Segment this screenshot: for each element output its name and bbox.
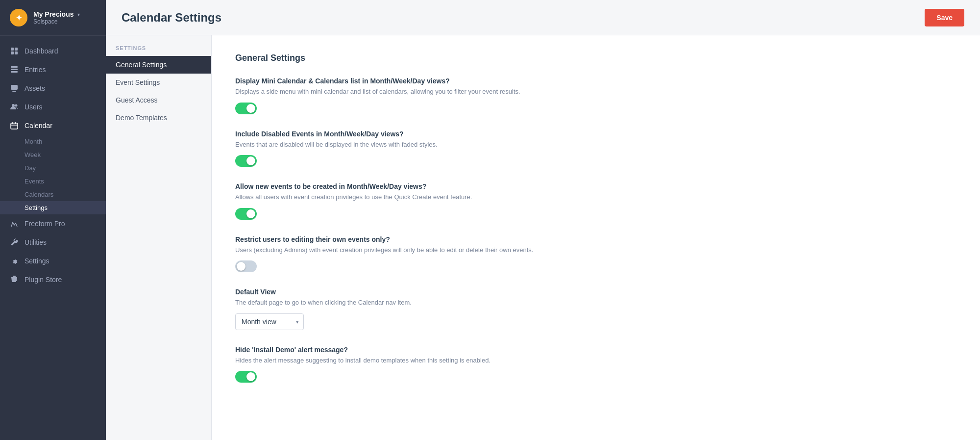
calendar-icon xyxy=(10,121,19,130)
sidebar-item-freeform[interactable]: Freeform Pro xyxy=(0,214,106,233)
quick-create-toggle-wrap xyxy=(235,208,956,220)
mini-calendar-title: Display Mini Calendar & Calendars list i… xyxy=(235,77,956,85)
settings-sidebar: SETTINGS General Settings Event Settings… xyxy=(106,35,212,440)
default-view-select[interactable]: Month view Week view Day view Events vie… xyxy=(235,313,304,330)
calendar-label: Calendar xyxy=(24,122,52,129)
settings-icon xyxy=(10,257,19,265)
disabled-events-desc: Events that are disabled will be display… xyxy=(235,140,956,150)
hide-demo-toggle[interactable] xyxy=(235,371,257,383)
app-name: My Precious xyxy=(33,10,74,18)
hide-demo-title: Hide 'Install Demo' alert message? xyxy=(235,346,956,354)
main-area: Calendar Settings Save SETTINGS General … xyxy=(106,0,980,440)
sidebar-item-month[interactable]: Month xyxy=(24,135,106,148)
calendar-subitems: Month Week Day Events Calendars Settings xyxy=(0,135,106,214)
utilities-label: Utilities xyxy=(24,238,47,246)
svg-rect-6 xyxy=(11,71,18,73)
sidebar-item-calendars[interactable]: Calendars xyxy=(24,188,106,201)
content-area: SETTINGS General Settings Event Settings… xyxy=(106,35,980,440)
sidebar-item-entries[interactable]: Entries xyxy=(0,60,106,79)
sidebar-header: ✦ My Precious ▾ Solspace xyxy=(0,0,106,36)
sidebar-item-dashboard[interactable]: Dashboard xyxy=(0,42,106,60)
quick-create-title: Allow new events to be created in Month/… xyxy=(235,182,956,190)
general-settings-title: General Settings xyxy=(235,53,956,63)
app-logo: ✦ xyxy=(10,9,27,26)
sidebar-item-cal-settings[interactable]: Settings xyxy=(0,201,106,214)
svg-rect-5 xyxy=(11,69,18,70)
freeform-icon xyxy=(10,219,19,228)
default-view-desc: The default page to go to when clicking … xyxy=(235,298,956,308)
grid-icon xyxy=(10,47,19,55)
restrict-toggle-wrap xyxy=(235,260,956,272)
hide-demo-toggle-wrap xyxy=(235,371,956,383)
svg-rect-3 xyxy=(15,52,18,54)
disabled-events-toggle-wrap xyxy=(235,155,956,167)
sidebar-item-day[interactable]: Day xyxy=(24,161,106,175)
svg-rect-2 xyxy=(11,52,14,54)
restrict-desc: Users (excluding Admins) with event crea… xyxy=(235,245,956,255)
settings-nav-guest[interactable]: Guest Access xyxy=(106,91,211,109)
setting-row-restrict: Restrict users to editing their own even… xyxy=(235,235,956,273)
plugin-store-icon xyxy=(10,275,19,284)
svg-rect-8 xyxy=(12,91,16,92)
sidebar: ✦ My Precious ▾ Solspace Dashboard Entri… xyxy=(0,0,106,440)
svg-rect-0 xyxy=(11,48,14,51)
plugin-store-label: Plugin Store xyxy=(24,276,62,284)
app-subtitle: Solspace xyxy=(33,18,80,25)
quick-create-toggle[interactable] xyxy=(235,208,257,220)
save-button[interactable]: Save xyxy=(925,9,964,26)
mini-calendar-desc: Displays a side menu with mini calendar … xyxy=(235,87,956,97)
entries-label: Entries xyxy=(24,66,46,74)
nav-items: Dashboard Entries Assets Users Calendar xyxy=(0,36,106,440)
svg-rect-1 xyxy=(15,48,18,51)
svg-rect-4 xyxy=(11,66,18,68)
settings-label: Settings xyxy=(24,257,49,265)
restrict-title: Restrict users to editing their own even… xyxy=(235,235,956,243)
mini-calendar-toggle-wrap xyxy=(235,103,956,114)
sidebar-item-plugin-store[interactable]: Plugin Store xyxy=(0,270,106,289)
sidebar-item-week[interactable]: Week xyxy=(24,148,106,161)
sidebar-item-users[interactable]: Users xyxy=(0,98,106,116)
disabled-events-toggle[interactable] xyxy=(235,155,257,167)
restrict-toggle[interactable] xyxy=(235,260,257,272)
disabled-events-title: Include Disabled Events in Month/Week/Da… xyxy=(235,130,956,138)
default-view-select-wrap: Month view Week view Day view Events vie… xyxy=(235,313,304,330)
sidebar-item-utilities[interactable]: Utilities xyxy=(0,233,106,252)
assets-icon xyxy=(10,84,19,93)
setting-row-disabled-events: Include Disabled Events in Month/Week/Da… xyxy=(235,130,956,167)
quick-create-desc: Allows all users with event creation pri… xyxy=(235,192,956,202)
setting-row-default-view: Default View The default page to go to w… xyxy=(235,288,956,330)
setting-row-quick-create: Allow new events to be created in Month/… xyxy=(235,182,956,220)
dashboard-label: Dashboard xyxy=(24,47,58,55)
settings-nav-event[interactable]: Event Settings xyxy=(106,74,211,91)
svg-rect-11 xyxy=(11,123,18,129)
hide-demo-desc: Hides the alert message suggesting to in… xyxy=(235,356,956,365)
mini-calendar-toggle[interactable] xyxy=(235,103,257,114)
utilities-icon xyxy=(10,238,19,247)
topbar: Calendar Settings Save xyxy=(106,0,980,35)
setting-row-hide-demo: Hide 'Install Demo' alert message? Hides… xyxy=(235,346,956,383)
entries-icon xyxy=(10,65,19,74)
settings-section-label: SETTINGS xyxy=(106,45,211,56)
default-view-title: Default View xyxy=(235,288,956,296)
page-title: Calendar Settings xyxy=(122,11,221,25)
assets-label: Assets xyxy=(24,84,45,92)
users-icon xyxy=(10,103,19,111)
setting-row-mini-calendar: Display Mini Calendar & Calendars list i… xyxy=(235,77,956,114)
sidebar-item-assets[interactable]: Assets xyxy=(0,79,106,98)
svg-point-10 xyxy=(15,104,18,107)
sidebar-item-calendar[interactable]: Calendar xyxy=(0,116,106,135)
chevron-down-icon: ▾ xyxy=(77,12,80,17)
settings-main: General Settings Display Mini Calendar &… xyxy=(212,35,980,440)
settings-nav-general[interactable]: General Settings xyxy=(106,56,211,74)
users-label: Users xyxy=(24,103,43,111)
app-info: My Precious ▾ Solspace xyxy=(33,10,80,25)
sidebar-item-settings[interactable]: Settings xyxy=(0,252,106,270)
freeform-label: Freeform Pro xyxy=(24,220,65,228)
settings-nav-demo[interactable]: Demo Templates xyxy=(106,109,211,127)
svg-rect-7 xyxy=(11,85,18,90)
sidebar-item-events[interactable]: Events xyxy=(24,175,106,188)
